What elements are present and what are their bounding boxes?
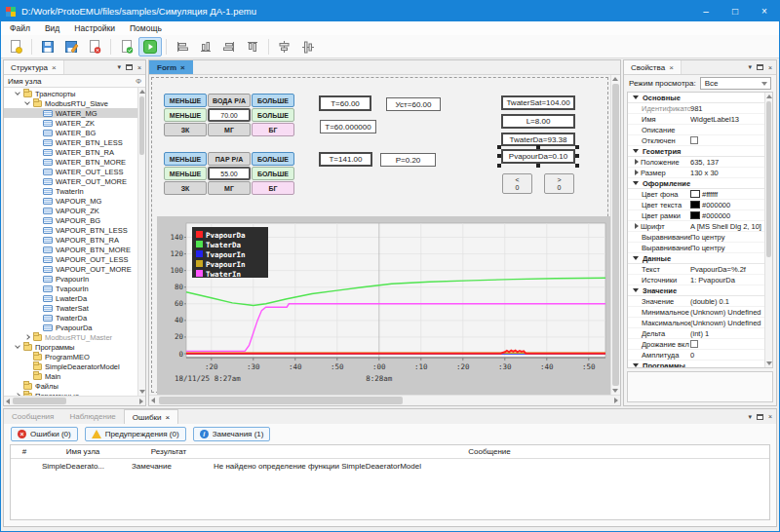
tree-item-VAPOUR_BTN_RA[interactable]: VAPOUR_BTN_RA [4,235,137,245]
water-btn-0-2[interactable]: БОЛЬШЕ [252,94,294,107]
steam-btn-1-0[interactable]: МЕНЬШЕ [164,167,207,180]
prop-section-Программы[interactable]: Программы [628,361,764,367]
label-level[interactable]: L=8.00 [501,114,575,129]
tree-item-ModbusRTU_Master[interactable]: ModbusRTU_Master [4,332,137,342]
prop-row-Идентификатор...[interactable]: Идентификатор...981 [628,103,764,114]
tree-item-PvapourDa[interactable]: PvapourDa [4,323,137,332]
label-twater-da[interactable]: TwaterDa=93.38 [501,133,575,146]
prop-section-Значение[interactable]: Значение [628,285,764,296]
steam-btn-0-1[interactable]: ПАР Р/А [208,152,251,166]
tab-close-icon[interactable]: × [52,63,57,72]
water-btn-0-0[interactable]: МЕНЬШЕ [164,94,207,107]
tree-item-Main[interactable]: Main [4,371,137,381]
validate-file-button[interactable] [115,37,138,57]
prop-row-Описание[interactable]: Описание [628,125,764,135]
tree-item-WATER_OUT_MORE[interactable]: WATER_OUT_MORE [4,176,137,186]
props-close-icon[interactable]: × [768,64,772,71]
prop-section-Геометрия[interactable]: Геометрия [628,146,764,157]
steam-btn-0-2[interactable]: БОЛЬШЕ [252,152,294,166]
bottom-float-icon[interactable] [757,414,763,420]
align-bottom-icon[interactable] [194,37,217,57]
label-pvapour-da-selected[interactable]: PvapourDa=0.10 [501,149,575,164]
steam-btn-0-0[interactable]: МЕНЬШЕ [164,152,207,166]
label-setpoint[interactable]: Уст=60.00 [386,97,441,111]
prop-row-Выравнивание в...[interactable]: Выравнивание в...По центру [628,243,764,253]
steam-btn-2-1[interactable]: МГ [208,181,251,195]
water-btn-1-2[interactable]: БОЛЬШЕ [252,108,294,122]
bottom-close-icon[interactable]: × [768,413,772,420]
tree-item-VAPOUR_OUT_LESS[interactable]: VAPOUR_OUT_LESS [4,254,137,264]
panel-close-icon[interactable]: × [137,64,141,71]
tree-item-TwaterSat[interactable]: TwaterSat [4,303,137,313]
tree-item-LwaterDa[interactable]: LwaterDa [4,293,137,303]
steam-btn-1-2[interactable]: БОЛЬШЕ [252,167,294,180]
tree-item-VAPOUR_BTN_MORE[interactable]: VAPOUR_BTN_MORE [4,245,137,254]
form-canvas[interactable]: МЕНЬШЕВОДА Р/АБОЛЬШЕМЕНЬШЕ70.00БОЛЬШЕЗКМ… [149,75,610,395]
tree-item-ModbusRTU_Slave[interactable]: ModbusRTU_Slave [4,98,137,108]
label-t-water[interactable]: T=60.00 [319,95,371,111]
save-button[interactable] [36,37,59,57]
prop-row-Максимальное з...[interactable]: Максимальное з...(Unknown) Undefined [628,318,764,328]
prev-button[interactable]: < 0 [502,173,532,194]
steam-btn-2-2[interactable]: БГ [252,181,294,195]
close-button[interactable]: × [750,1,779,21]
prop-row-Имя[interactable]: ИмяWidgetLabel13 [628,114,764,125]
col-header[interactable]: Сообщение [210,445,769,458]
distribute-v-icon[interactable] [296,37,320,57]
prop-row-Текст[interactable]: ТекстPvapourDa=%.2f [628,264,764,275]
tree-item-Транспорты[interactable]: Транспорты [4,89,137,98]
prop-row-Минимальное зн...[interactable]: Минимальное зн...(Unknown) Undefined [628,307,764,318]
tree-item-TwaterDa[interactable]: TwaterDa [4,313,137,323]
tree-item-WATER_BTN_MORE[interactable]: WATER_BTN_MORE [4,157,137,167]
label-t-steam[interactable]: T=141.00 [319,152,372,167]
maximize-button[interactable]: □ [721,1,750,21]
prop-row-Цвет текста[interactable]: Цвет текста#000000 [628,200,764,210]
tab-form[interactable]: Form × [149,60,193,74]
filter-info-button[interactable]: iЗамечания (1) [193,427,271,441]
label-p-steam[interactable]: P=0.20 [380,153,436,167]
tree-item-WATER_BTN_RA[interactable]: WATER_BTN_RA [4,147,137,157]
prop-section-Данные[interactable]: Данные [628,253,764,264]
prop-row-Амплитуда[interactable]: Амплитуда0 [628,350,764,361]
prop-row-Шрифт[interactable]: ШрифтA [MS Shell Dlg 2, 10] [628,221,764,232]
tree-item-VAPOUR_OUT_MORE[interactable]: VAPOUR_OUT_MORE [4,264,137,274]
props-vscrollbar[interactable] [764,93,772,367]
new-file-button[interactable] [4,37,27,57]
props-float-icon[interactable] [757,64,763,70]
label-twater-sat[interactable]: TwaterSat=104.00 [501,95,575,110]
steam-btn-2-0[interactable]: ЗК [164,181,207,195]
water-btn-1-1[interactable]: 70.00 [208,108,251,122]
tab-form-close-icon[interactable]: × [180,63,185,72]
tree-item-ProgramMEO[interactable]: ProgramMEO [4,352,137,361]
tree-item-WATER_OUT_LESS[interactable]: WATER_OUT_LESS [4,167,137,176]
tree-hscrollbar[interactable] [4,396,145,405]
prop-row-Размер[interactable]: Размер130 x 30 [628,168,764,178]
trend-chart[interactable]: 020406080100120140:20:30:40:50:00:10:20:… [157,216,610,395]
prop-row-Отключен[interactable]: Отключен [628,135,764,146]
steam-btn-1-1[interactable]: 55.00 [208,167,251,180]
tree-item-VAPOUR_BG[interactable]: VAPOUR_BG [4,215,137,225]
water-btn-2-2[interactable]: БГ [252,123,294,136]
bottom-menu-icon[interactable]: ▾ [748,413,752,421]
save-as-button[interactable] [59,37,83,57]
tree-item-SimpleDeaeratorModel[interactable]: SimpleDeaeratorModel [4,361,137,371]
tree-item-TwaterIn[interactable]: TwaterIn [4,186,137,196]
tree-item-Файлы[interactable]: Файлы [4,381,137,391]
panel-menu-icon[interactable]: ▾ [117,63,121,71]
close-file-button[interactable] [83,37,106,57]
filter-error-button[interactable]: ×Ошибки (0) [11,427,78,441]
align-left-icon[interactable] [171,37,194,57]
tab-properties-close-icon[interactable]: × [669,63,674,72]
tab-Ошибки[interactable]: Ошибки× [124,409,178,424]
tree-item-WATER_MG[interactable]: WATER_MG [4,108,137,118]
label-t-water-precise[interactable]: T=60.000000 [320,120,376,133]
tab-Сообщения[interactable]: Сообщения [4,409,61,424]
filter-icon[interactable]: Ф [136,77,141,86]
align-top-icon[interactable] [241,37,264,57]
canvas-hscrollbar[interactable] [149,395,620,405]
tab-structure[interactable]: Структура × [4,60,64,74]
tree-column-header[interactable]: Имя узла Ф [4,75,145,88]
menu-Помощь[interactable]: Помощь [130,23,162,33]
tree-item-VAPOUR_ZK[interactable]: VAPOUR_ZK [4,206,137,215]
menu-Вид[interactable]: Вид [45,23,59,33]
